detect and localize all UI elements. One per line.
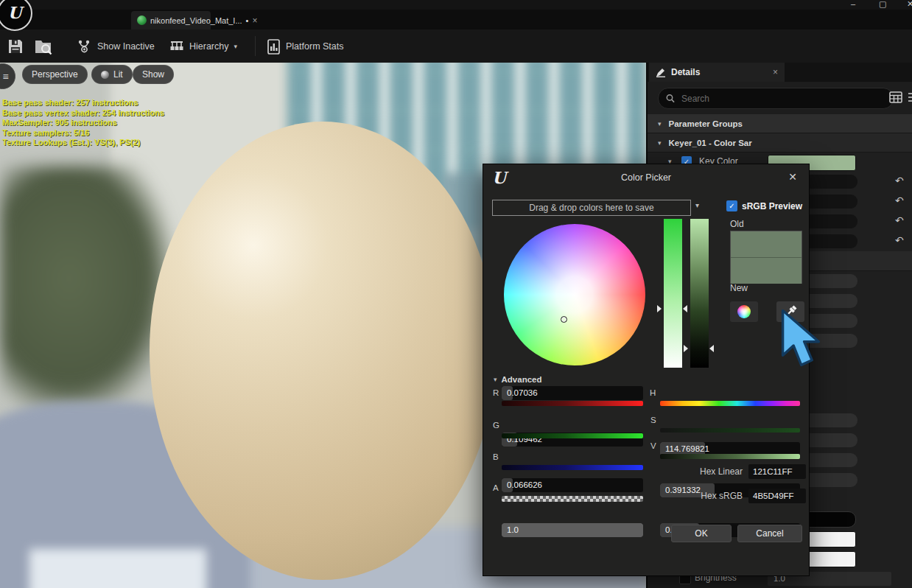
new-color-swatch[interactable] [731,258,801,284]
perspective-button[interactable]: Perspective [22,65,88,84]
srgb-preview-toggle[interactable]: ✓ sRGB Preview [726,200,802,211]
color-wheel-icon [737,305,751,318]
s-gradient-strip[interactable] [660,428,800,433]
hierarchy-button[interactable]: Hierarchy ▾ [169,37,237,56]
color-wheel-selector[interactable] [561,316,567,323]
show-inactive-icon [77,39,92,55]
v-label: V [650,441,656,450]
parameter-groups-header[interactable]: ▾ Parameter Groups [648,114,912,133]
hierarchy-icon [169,39,184,54]
r-value: 0.07036 [507,388,538,397]
reset-to-default-icon[interactable]: ↶ [895,214,904,226]
themed-colors-button[interactable] [730,301,758,322]
old-label: Old [730,219,744,229]
dialog-header[interactable]: U Color Picker ✕ [483,164,809,191]
old-new-swatch[interactable] [730,231,802,284]
background-trees [0,166,173,416]
r-gradient-strip[interactable] [502,401,643,406]
b-value-field[interactable]: 0.066626 [502,478,643,492]
h-label: H [650,388,656,397]
a-fill [502,523,643,537]
old-color-swatch[interactable] [731,231,801,258]
lit-label: Lit [113,69,123,80]
hex-linear-field[interactable]: 121C11FF [748,464,806,479]
unreal-logo-small: U [492,168,506,187]
unsaved-dot: • [246,16,249,25]
keyer-group-header[interactable]: ▾ Keyer_01 - Color Sar [648,133,912,153]
a-checker-strip[interactable] [502,496,643,502]
folder-search-icon [34,38,53,55]
show-menu-button[interactable]: Show [133,65,174,84]
g-gradient-strip[interactable] [502,433,643,438]
shader-stats: Base pass shader: 257 instructions Base … [2,98,164,148]
unreal-material-editor-window: – ▢ ✕ nikonfeed_Video_Mat_I... • × U [0,0,912,588]
expander-icon[interactable]: ▾ [658,139,662,147]
reset-to-default-icon[interactable]: ↶ [895,195,904,206]
h-gradient-strip[interactable] [660,401,800,406]
advanced-expander[interactable]: ▾ Advanced [494,375,542,384]
asset-tab[interactable]: nikonfeed_Video_Mat_I... • × [131,11,211,29]
srgb-checkbox[interactable]: ✓ [726,200,737,211]
reset-to-default-icon[interactable]: ↶ [895,175,904,186]
dialog-close-icon[interactable]: ✕ [788,171,797,183]
details-tab-strip: Details × [648,63,912,82]
search-input[interactable] [680,93,885,105]
b-label: B [493,452,499,461]
a-label: A [493,483,499,492]
lit-mode-button[interactable]: Lit [91,65,133,84]
platform-stats-button[interactable]: Platform Stats [267,37,344,56]
tab-close-icon[interactable]: × [252,15,257,26]
b-gradient-strip[interactable] [502,465,643,470]
perspective-label: Perspective [32,69,78,80]
v-gradient-strip[interactable] [660,454,800,459]
keyer-group-label: Keyer_01 - Color Sar [669,139,752,147]
chevron-down-icon[interactable]: ▾ [695,201,699,209]
chevron-down-icon: ▾ [234,43,238,50]
a-value-field[interactable]: 1.0 [502,523,643,537]
r-label: R [493,388,499,397]
value-slider-arrow-left[interactable] [684,345,688,352]
settings-icon-partial[interactable] [908,92,912,102]
close-icon[interactable]: ✕ [907,0,912,8]
details-tab-close-icon[interactable]: × [773,67,778,77]
platform-stats-icon [267,39,281,55]
lit-sphere-icon [101,71,109,79]
value-slider-arrow-right[interactable] [709,345,714,352]
stat-line: Base pass vertex shader: 254 instruction… [2,108,164,119]
new-label: New [730,283,748,293]
hex-linear-row: Hex Linear 121C11FF [651,464,806,479]
hex-srgb-field[interactable]: 4B5D49FF [748,489,806,503]
ok-button[interactable]: OK [671,525,732,542]
chevron-down-icon: ▾ [494,376,497,383]
drag-drop-color-area[interactable]: Drag & drop colors here to save [492,200,691,216]
show-inactive-button[interactable]: Show Inactive [77,37,155,56]
b-value: 0.066626 [507,480,542,489]
stat-line: MaxSampler: 905 instructions [2,118,164,128]
search-box[interactable] [658,88,894,109]
r-value-field[interactable]: 0.07036 [502,386,643,400]
browse-to-asset-button[interactable] [34,37,53,56]
color-picker-dialog: U Color Picker ✕ Drag & drop colors here… [483,164,810,576]
details-tab[interactable]: Details × [649,63,785,82]
s-label: S [650,416,656,424]
reset-to-default-icon[interactable]: ↶ [895,234,904,246]
platform-stats-label: Platform Stats [286,41,344,52]
dialog-title: Color Picker [483,172,809,183]
material-preview-sphere[interactable] [150,122,496,580]
saturation-slider-arrow-left[interactable] [657,305,662,312]
viewport-menu-button[interactable]: ≡ [0,63,15,89]
g-label: G [493,421,499,430]
saturation-slider[interactable] [664,219,682,368]
minimize-icon[interactable]: – [851,0,855,8]
view-options-grid-icon[interactable] [889,91,902,103]
saturation-slider-arrow-right[interactable] [683,305,687,312]
value-slider[interactable] [690,219,709,368]
details-search-row [648,82,912,114]
a-value: 1.0 [507,525,519,534]
details-pencil-icon [656,67,666,77]
cancel-button[interactable]: Cancel [737,525,802,542]
color-wheel[interactable] [504,224,645,365]
maximize-icon[interactable]: ▢ [879,0,886,8]
save-button[interactable] [7,37,24,56]
expander-icon[interactable]: ▾ [658,120,662,127]
